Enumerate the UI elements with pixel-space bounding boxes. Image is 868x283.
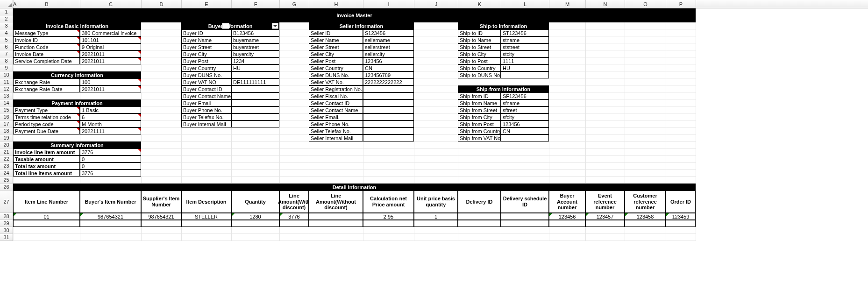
summary-label-1[interactable]: Taxable amount [13, 156, 80, 163]
cell-O10[interactable] [625, 71, 666, 78]
cell-C9[interactable] [80, 64, 142, 71]
row-header-11[interactable]: 11 [0, 78, 13, 85]
detail-cell-r1-c8[interactable]: 1 [414, 213, 458, 220]
cell-D16[interactable] [142, 113, 182, 120]
shipfrom-label-2[interactable]: Ship-from Street [458, 106, 501, 113]
cell-K21[interactable] [458, 149, 501, 156]
cell-N12[interactable] [586, 85, 625, 92]
cell-B25[interactable] [14, 177, 80, 184]
payment-label-2[interactable]: Period type code [13, 120, 80, 127]
payment-label-1[interactable]: Terms time relation code [13, 113, 80, 120]
cell-N7[interactable] [586, 50, 625, 57]
cell-E24[interactable] [182, 170, 232, 177]
detail-header-10[interactable]: Delivery schedule ID [501, 191, 549, 213]
row-header-19[interactable]: 19 [0, 134, 13, 142]
summary-label-3[interactable]: Total line items amount [13, 170, 80, 177]
detail-header-9[interactable]: Delivery ID [458, 191, 501, 213]
cell-G15[interactable] [280, 106, 309, 113]
shipfrom-value-6[interactable] [501, 134, 549, 142]
cell-O20[interactable] [625, 142, 666, 149]
cell-F25[interactable] [232, 177, 280, 184]
cell-D3[interactable] [142, 22, 182, 29]
cell-K23[interactable] [458, 163, 501, 170]
seller-label-1[interactable]: Seller Name [309, 36, 363, 43]
detail-cell-r2-c8[interactable] [414, 220, 458, 227]
cell-O21[interactable] [625, 149, 666, 156]
cell-J10[interactable] [414, 71, 458, 78]
cell-O12[interactable] [625, 85, 666, 92]
cell-J21[interactable] [414, 149, 458, 156]
cell-N25[interactable] [586, 177, 625, 184]
cell-G10[interactable] [280, 71, 309, 78]
cell-G22[interactable] [280, 156, 309, 163]
cell-D12[interactable] [142, 85, 182, 92]
col-header-O[interactable]: O [625, 0, 666, 8]
cell-P17[interactable] [666, 120, 696, 127]
shipto-label-3[interactable]: Ship-to City [458, 50, 501, 57]
buyer-value-6[interactable] [231, 71, 279, 78]
detail-header-13[interactable]: Customer reference number [625, 191, 666, 213]
cell-I24[interactable] [363, 170, 414, 177]
cell-D8[interactable] [142, 57, 182, 64]
row-header-28[interactable]: 28 [0, 213, 13, 220]
cell-N18[interactable] [586, 127, 625, 134]
buyer-value-3[interactable]: buyercity [231, 50, 279, 57]
cell-H25[interactable] [309, 177, 363, 184]
cell-O25[interactable] [625, 177, 666, 184]
basic-label-0[interactable]: Message Type [13, 29, 80, 36]
detail-header-8[interactable]: Unit price basis quantity [414, 191, 458, 213]
cell-D19[interactable] [142, 134, 182, 142]
shipfrom-value-5[interactable]: CN [501, 127, 549, 134]
detail-cell-r2-c6[interactable] [309, 220, 363, 227]
cell-B31[interactable] [14, 234, 80, 241]
cell-J8[interactable] [414, 57, 458, 64]
detail-cell-r1-c13[interactable]: 123458 [625, 213, 666, 220]
cell-J6[interactable] [414, 43, 458, 50]
cell-D9[interactable] [142, 64, 182, 71]
cell-E30[interactable] [182, 227, 232, 234]
basic-label-3[interactable]: Invoice Date [13, 50, 80, 57]
cell-M31[interactable] [549, 234, 586, 241]
detail-header-14[interactable]: Order ID [666, 191, 696, 213]
col-header-C[interactable]: C [80, 0, 142, 8]
cell-D24[interactable] [142, 170, 182, 177]
cell-O30[interactable] [625, 227, 666, 234]
cell-D10[interactable] [142, 71, 182, 78]
shipto-value-6[interactable] [501, 71, 549, 78]
cell-J25[interactable] [414, 177, 458, 184]
cell-J30[interactable] [414, 227, 458, 234]
detail-header-3[interactable]: Item Description [181, 191, 231, 213]
col-header-H[interactable]: H [309, 0, 363, 8]
detail-cell-r2-c11[interactable] [549, 220, 585, 227]
cell-B9[interactable] [14, 64, 80, 71]
shipfrom-label-4[interactable]: Ship-from Post [458, 120, 501, 127]
shipto-value-1[interactable]: stname [501, 36, 549, 43]
cell-J24[interactable] [414, 170, 458, 177]
shipto-label-4[interactable]: Ship-to Post [458, 57, 501, 64]
select-all-corner[interactable] [0, 0, 13, 8]
cell-E19[interactable] [182, 134, 232, 142]
detail-cell-r2-c14[interactable] [666, 220, 696, 227]
cell-N23[interactable] [586, 163, 625, 170]
detail-cell-r2-c7[interactable] [363, 220, 414, 227]
detail-header-0[interactable]: Item Line Number [13, 191, 80, 213]
cell-J7[interactable] [414, 50, 458, 57]
cell-P10[interactable] [666, 71, 696, 78]
cell-P16[interactable] [666, 113, 696, 120]
currency-label-1[interactable]: Exchange Rate Date [13, 85, 80, 92]
cell-D6[interactable] [142, 43, 182, 50]
col-header-D[interactable]: D [142, 0, 182, 8]
shipfrom-value-2[interactable]: sftreet [501, 106, 549, 113]
cell-C30[interactable] [80, 227, 142, 234]
cell-M11[interactable] [549, 78, 586, 85]
cell-D14[interactable] [142, 99, 182, 106]
cell-O7[interactable] [625, 50, 666, 57]
col-header-L[interactable]: L [501, 0, 549, 8]
seller-label-9[interactable]: Seller Fiscal No. [309, 92, 363, 99]
row-header-1[interactable]: 1 [0, 8, 13, 15]
basic-value-2[interactable]: 9 Original [80, 43, 141, 50]
cell-P14[interactable] [666, 99, 696, 106]
buyer-value-0[interactable]: B123456 [231, 29, 279, 36]
detail-header-5[interactable]: Line Amount(With discount) [279, 191, 309, 213]
col-header-J[interactable]: J [414, 0, 458, 8]
